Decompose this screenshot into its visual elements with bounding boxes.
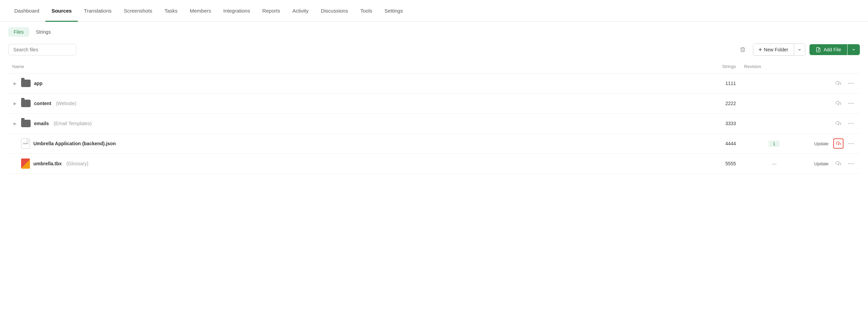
cell-actions [808,73,860,94]
upload-icon [836,161,841,166]
actions-row: Update [812,138,856,149]
row-name-content: ▶ app [12,80,695,87]
delete-button[interactable] [737,44,749,56]
nav-item-discussions[interactable]: Discussions [315,0,354,22]
add-file-dropdown-button[interactable] [848,44,860,55]
cell-strings: 5555 [699,154,740,174]
actions-row: Update [812,158,856,169]
add-file-icon [816,47,821,52]
more-icon [848,143,854,144]
table-row: ▶ JSON Umbrella Application (backend).js… [8,134,860,154]
row-name-content: ▶ JSON Umbrella Application (backend).js… [12,138,695,149]
json-file-icon: JSON [21,138,30,149]
upload-icon [836,81,841,86]
file-table-container: Name Strings Revision ▶ app 1111 [0,61,868,174]
upload-button-highlighted[interactable] [833,138,843,149]
row-name-content: ▶ content (Website) [12,100,695,107]
expand-chevron[interactable]: ▶ [12,121,18,126]
new-folder-dropdown-button[interactable] [794,44,805,55]
actions-row [812,98,856,108]
svg-point-13 [853,123,854,124]
svg-point-15 [849,143,850,144]
more-button[interactable] [846,139,856,148]
svg-point-12 [851,123,852,124]
tab-files[interactable]: Files [8,27,29,37]
nav-item-dashboard[interactable]: Dashboard [8,0,45,22]
table-header-row: Name Strings Revision [8,61,860,73]
svg-point-21 [853,163,854,164]
json-label: JSON [23,143,28,145]
new-folder-button[interactable]: + New Folder [753,44,794,55]
expand-chevron[interactable]: ▶ [12,101,18,106]
svg-point-5 [853,83,854,84]
svg-point-16 [851,143,852,144]
upload-button[interactable] [833,98,843,108]
file-name: Umbrella Application (backend).json [33,141,116,146]
svg-point-4 [851,83,852,84]
tbx-file-icon [21,158,30,169]
folder-icon [21,100,31,107]
more-button[interactable] [846,99,856,108]
update-button[interactable]: Update [812,160,831,168]
upload-button[interactable] [833,118,843,129]
svg-point-9 [853,103,854,104]
cell-actions: Update [808,154,860,174]
file-table: Name Strings Revision ▶ app 1111 [8,61,860,174]
new-folder-plus-icon: + [759,47,762,53]
more-button[interactable] [846,119,856,128]
svg-point-11 [849,123,850,124]
tab-strings[interactable]: Strings [31,27,57,37]
cell-name: ▶ JSON Umbrella Application (backend).js… [8,134,699,154]
cell-actions: Update [808,134,860,154]
folder-icon [21,120,31,127]
col-header-name: Name [8,61,699,73]
col-header-revision: Revision [740,61,808,73]
update-button[interactable]: Update [812,140,831,148]
nav-item-sources[interactable]: Sources [45,0,78,22]
nav-item-reports[interactable]: Reports [256,0,286,22]
file-name: content [34,101,51,106]
svg-point-17 [853,143,854,144]
row-name-content: ▶ umbrella.tbx (Glossary) [12,158,695,169]
cell-actions [808,94,860,114]
nav-item-activity[interactable]: Activity [286,0,315,22]
nav-item-members[interactable]: Members [183,0,217,22]
cell-strings: 2222 [699,94,740,114]
cell-name: ▶ app [8,73,699,94]
svg-point-19 [849,163,850,164]
svg-point-7 [849,103,850,104]
top-nav: Dashboard Sources Translations Screensho… [0,0,868,22]
cell-revision [740,94,808,114]
nav-item-translations[interactable]: Translations [78,0,118,22]
more-button[interactable] [846,79,856,88]
table-row: ▶ umbrella.tbx (Glossary) 5555 — Update [8,154,860,174]
svg-point-8 [851,103,852,104]
cell-revision [740,114,808,134]
cell-revision: 1 [740,134,808,154]
add-file-button[interactable]: Add File [809,44,847,55]
more-icon [848,123,854,124]
new-folder-group: + New Folder [753,44,805,56]
table-row: ▶ emails (Email Templates) 3333 [8,114,860,134]
col-header-strings: Strings [699,61,740,73]
nav-item-tools[interactable]: Tools [354,0,378,22]
toolbar: + New Folder Add File [0,37,868,61]
nav-item-settings[interactable]: Settings [379,0,409,22]
upload-button[interactable] [833,78,843,88]
chevron-down-icon-green [852,48,856,52]
nav-item-tasks[interactable]: Tasks [158,0,183,22]
nav-item-screenshots[interactable]: Screenshots [118,0,158,22]
add-file-label: Add File [824,47,841,52]
sub-tabs: Files Strings [0,22,868,37]
cell-name: ▶ content (Website) [8,94,699,114]
cell-strings: 1111 [699,73,740,94]
cell-name: ▶ umbrella.tbx (Glossary) [8,154,699,174]
more-button[interactable] [846,159,856,168]
chevron-down-icon [798,48,802,52]
nav-item-integrations[interactable]: Integrations [217,0,256,22]
upload-icon [836,141,841,146]
expand-chevron[interactable]: ▶ [12,81,18,86]
search-input[interactable] [8,44,76,55]
file-name: emails [34,121,49,126]
upload-button[interactable] [833,158,843,169]
